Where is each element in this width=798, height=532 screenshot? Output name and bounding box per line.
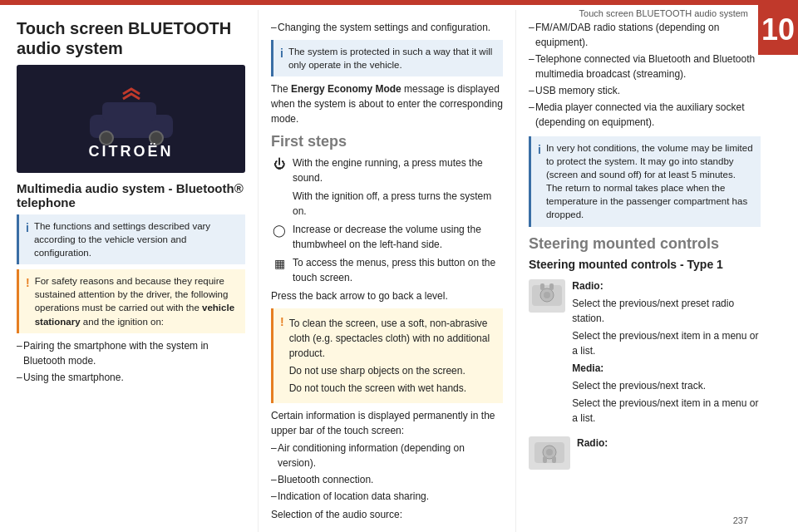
- warning-box-2: ! To clean the screen, use a soft, non-a…: [271, 308, 503, 403]
- steering-title: Steering mounted controls: [529, 235, 761, 253]
- svg-rect-8: [549, 283, 554, 290]
- multimedia-subtitle: Multimedia audio system - Bluetooth® tel…: [17, 181, 245, 209]
- svg-rect-13: [552, 456, 556, 463]
- main-layout: Touch screen BLUETOOTH audio system CITR…: [0, 10, 798, 532]
- warning-icon-1: !: [26, 275, 30, 328]
- svg-rect-12: [543, 456, 547, 463]
- car-image: CITROËN: [17, 65, 245, 173]
- bullet-10: Media player connected via the auxiliary…: [529, 100, 761, 130]
- warning-icon-2: !: [280, 314, 284, 398]
- info-icon-2: i: [280, 46, 283, 71]
- warning-text-1: For safety reasons and because they requ…: [35, 274, 239, 328]
- bullet-8: Telephone connected via Bluetooth and Bl…: [529, 52, 761, 81]
- certain-info: Certain information is displayed permane…: [271, 408, 503, 438]
- info-text-2: The system is protected in such a way th…: [288, 45, 496, 71]
- main-title: Touch screen BLUETOOTH audio system: [17, 18, 245, 58]
- steering-icon-2: [529, 436, 570, 470]
- bullet-3: Changing the system settings and configu…: [271, 20, 503, 35]
- bullet-6: Indication of location data sharing.: [271, 489, 503, 504]
- right-column: FM/AM/DAB radio stations (depending on e…: [515, 10, 773, 532]
- steering-control-1: Radio: Select the previous/next preset r…: [529, 276, 761, 428]
- chapter-number: 10: [758, 5, 798, 55]
- selection-title: Selection of the audio source:: [271, 507, 503, 522]
- steering-subtitle: Steering mounted controls - Type 1: [529, 258, 761, 271]
- svg-rect-1: [102, 102, 156, 121]
- svg-point-11: [546, 449, 553, 456]
- svg-point-6: [544, 292, 550, 298]
- warning-text-2: To clean the screen, use a soft, non-abr…: [289, 313, 496, 398]
- step-2: With the ignition off, a press turns the…: [293, 189, 503, 219]
- step-3: ◯ Increase or decrease the volume using …: [271, 222, 503, 252]
- bullet-9: USB memory stick.: [529, 83, 761, 98]
- svg-rect-7: [540, 283, 544, 290]
- radio-text-2: Radio:: [577, 433, 608, 453]
- steering-control-2: Radio:: [529, 433, 761, 473]
- page-number: 237: [733, 515, 748, 525]
- energy-text: The Energy Economy Mode message is displ…: [271, 81, 503, 126]
- top-bar: [0, 0, 798, 5]
- power-icon: ⏻: [271, 155, 288, 172]
- info-text-1: The functions and settings described var…: [34, 219, 239, 259]
- page-header: Touch screen BLUETOOTH audio system: [579, 8, 748, 18]
- info-box-1: i The functions and settings described v…: [17, 214, 245, 264]
- info-icon-3: i: [538, 142, 541, 222]
- step-1: ⏻ With the engine running, a press mutes…: [271, 155, 503, 185]
- brand-name: CITROËN: [89, 143, 174, 160]
- warning-box-1: ! For safety reasons and because they re…: [17, 269, 245, 332]
- info-icon-1: i: [26, 220, 29, 259]
- info-box-3: i In very hot conditions, the volume may…: [529, 136, 761, 227]
- mid-column: Changing the system settings and configu…: [258, 10, 515, 532]
- volume-icon: ◯: [271, 222, 288, 239]
- info-text-3: In very hot conditions, the volume may b…: [546, 141, 754, 222]
- bullet-4: Air conditioning information (depending …: [271, 441, 503, 470]
- step-5: Press the back arrow to go back a level.: [271, 288, 503, 303]
- bullet-7: FM/AM/DAB radio stations (depending on e…: [529, 20, 761, 50]
- citroen-logo: [81, 86, 181, 152]
- menu-icon: ▦: [271, 255, 288, 272]
- bullet-2: Using the smartphone.: [17, 370, 245, 385]
- step-4: ▦ To access the menus, press this button…: [271, 255, 503, 285]
- bullet-5: Bluetooth connection.: [271, 472, 503, 487]
- bullet-1: Pairing the smartphone with the system i…: [17, 338, 245, 368]
- steering-icon-1: [529, 279, 565, 313]
- info-box-2: i The system is protected in such a way …: [271, 40, 503, 76]
- left-column: Touch screen BLUETOOTH audio system CITR…: [0, 10, 258, 532]
- first-steps-title: First steps: [271, 133, 503, 150]
- radio-text-1: Radio: Select the previous/next preset r…: [572, 276, 761, 428]
